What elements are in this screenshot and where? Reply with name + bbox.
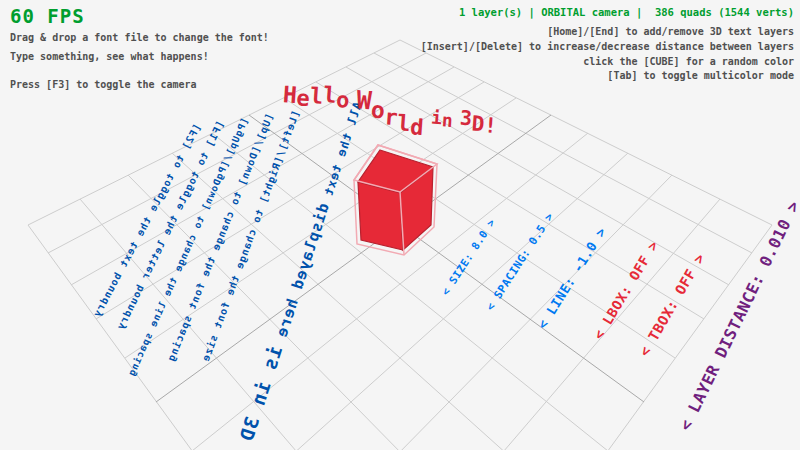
hint-type-something: Type something, see what happens! bbox=[10, 51, 209, 62]
wave-letter: d bbox=[409, 116, 424, 139]
wave-letter: n bbox=[441, 111, 453, 130]
fps-counter: 60 FPS bbox=[10, 5, 85, 27]
cube[interactable] bbox=[354, 145, 437, 255]
wave-letter: ! bbox=[483, 115, 497, 137]
raylib-3d-text-demo-window: [F2] to toggle the text boundry [F1] to … bbox=[0, 0, 800, 450]
wave-letter: o bbox=[336, 89, 351, 112]
hint-layer-distance: [Insert]/[Delete] to increase/decrease d… bbox=[421, 41, 794, 52]
hint-multicolor-mode: [Tab] to toggle multicolor mode bbox=[607, 70, 794, 81]
status-bar: 1 layer(s) | ORBITAL camera | 386 quads … bbox=[459, 6, 794, 18]
hint-drag-drop: Drag & drop a font file to change the fo… bbox=[10, 32, 269, 43]
hint-cube-random-color: click the [CUBE] for a random color bbox=[583, 56, 794, 67]
hint-add-remove-layers: [Home]/[End] to add/remove 3D text layer… bbox=[547, 26, 794, 37]
cube-svg bbox=[0, 0, 800, 450]
hint-toggle-camera: Press [F3] to toggle the camera bbox=[10, 79, 197, 90]
